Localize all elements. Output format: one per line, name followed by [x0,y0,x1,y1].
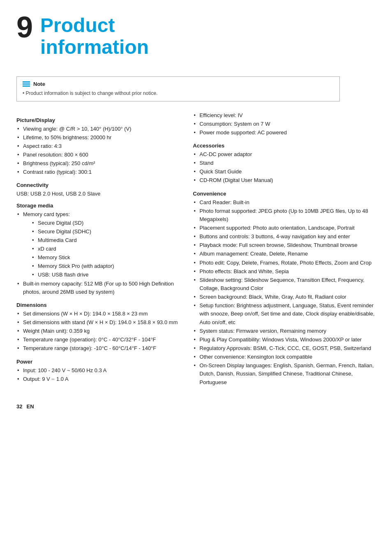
section-connectivity: Connectivity USB: USB 2.0 Host, USB 2.0 … [16,182,181,197]
chapter-number: 9 [16,12,33,42]
section-dimensions: Dimensions Set dimensions (W × H × D): 1… [16,302,181,353]
list-item: Regulatory Approvals: BSMI, C-Tick, CCC,… [193,344,376,352]
list-item: Photo edit: Copy, Delete, Frames, Rotate… [193,259,376,267]
list-item: USB: USB flash drive [31,271,181,279]
note-content: • Product information is subject to chan… [23,90,334,97]
list-item: Photo format supported: JPEG photo (Up t… [193,207,376,223]
power-list: Input: 100 - 240 V ~ 50/60 Hz 0.3 A Outp… [16,366,181,383]
list-item: Memory Stick [31,253,181,262]
list-item: Output: 9 V ⎓ 1.0 A [16,375,181,383]
section-header-storage: Storage media [16,203,181,209]
list-item: Power mode supported: AC powered [193,129,376,137]
list-item: Lifetime, to 50% brightness: 20000 hr [16,134,181,142]
list-item: CD-ROM (Digital User Manual) [193,176,376,184]
list-item: Setup function: Brightness adjustment, L… [193,302,376,326]
list-item: Placement supported: Photo auto orientat… [193,224,376,232]
list-item: xD card [31,245,181,253]
accessories-list: AC-DC power adaptor Stand Quick Start Gu… [193,150,376,185]
section-accessories: Accessories AC-DC power adaptor Stand Qu… [193,143,376,185]
footer-page-number: 32 [16,403,22,410]
note-icon [23,81,30,87]
section-storage: Storage media Memory card types: Secure … [16,203,181,296]
page-container: 9 Product information Note • Product inf… [16,12,376,410]
note-header: Note [23,81,334,87]
list-item: System status: Firmware version, Remaini… [193,327,376,335]
right-column: Efficiency level: IV Consumption: System… [189,111,376,387]
list-item: Secure Digital (SD) [31,219,181,227]
list-item: Weight (Main unit): 0.359 kg [16,327,181,335]
section-header-power: Power [16,359,181,365]
list-item: Secure Digital (SDHC) [31,228,181,236]
section-header-connectivity: Connectivity [16,182,181,188]
note-label: Note [33,81,45,87]
list-item: Set dimensions (W × H × D): 194.0 × 158.… [16,310,181,318]
section-header-picture-display: Picture/Display [16,117,181,123]
dimensions-list: Set dimensions (W × H × D): 194.0 × 158.… [16,310,181,353]
section-header-accessories: Accessories [193,143,376,149]
list-item: Contrast ratio (typical): 300:1 [16,168,181,176]
section-picture-display: Picture/Display Viewing angle: @ C/R > 1… [16,117,181,177]
picture-display-list: Viewing angle: @ C/R > 10, 140° (H)/100°… [16,125,181,177]
efficiency-list: Efficiency level: IV Consumption: System… [193,111,376,137]
section-convenience: Convenience Card Reader: Built-in Photo … [193,191,376,387]
list-item: Playback mode: Full screen browse, Slide… [193,241,376,249]
connectivity-text: USB: USB 2.0 Host, USB 2.0 Slave [16,191,181,197]
list-item: Efficiency level: IV [193,111,376,120]
footer-language: EN [26,403,34,410]
list-item: Temperature range (operation): 0°C - 40°… [16,336,181,344]
list-item: Card Reader: Built-in [193,198,376,207]
list-item: Viewing angle: @ C/R > 10, 140° (H)/100°… [16,125,181,133]
section-power: Power Input: 100 - 240 V ~ 50/60 Hz 0.3 … [16,359,181,383]
list-item: Input: 100 - 240 V ~ 50/60 Hz 0.3 A [16,366,181,375]
note-box: Note • Product information is subject to… [16,76,340,101]
list-item: AC-DC power adaptor [193,150,376,159]
list-item: Slideshow setting: Slideshow Sequence, T… [193,276,376,292]
list-item: Memory Stick Pro (with adaptor) [31,262,181,270]
list-item: Temperature range (storage): -10°C - 60°… [16,344,181,352]
two-col: Picture/Display Viewing angle: @ C/R > 1… [16,111,376,387]
list-item: Set dimensions with stand (W × H × D): 1… [16,318,181,327]
list-item: Other convenience: Kensington lock compa… [193,353,376,361]
storage-list: Memory card types: Secure Digital (SD) S… [16,210,181,296]
list-item: Quick Start Guide [193,168,376,176]
page-footer: 32 EN [16,403,376,410]
chapter-header: 9 Product information [16,12,376,58]
list-item: Built-in memory capacity: 512 MB (For up… [16,280,181,296]
section-header-dimensions: Dimensions [16,302,181,308]
list-item: Multimedia Card [31,236,181,244]
convenience-list: Card Reader: Built-in Photo format suppo… [193,198,376,387]
list-item: Album management: Create, Delete, Rename [193,250,376,258]
left-column: Picture/Display Viewing angle: @ C/R > 1… [16,111,189,387]
list-item: Plug & Play Compatibility: Windows Vista… [193,336,376,344]
list-item: Brightness (typical): 250 cd/m² [16,159,181,168]
list-item: Buttons and controls: 3 buttons, 4-way n… [193,233,376,241]
list-item: Panel resolution: 800 × 600 [16,151,181,159]
chapter-title: Product information [16,12,376,58]
list-item: Consumption: System on 7 W [193,120,376,128]
list-item: Aspect ratio: 4:3 [16,142,181,150]
list-item: Photo effects: Black and White, Sepia [193,267,376,276]
list-item: Screen background: Black, White, Gray, A… [193,293,376,301]
section-header-convenience: Convenience [193,191,376,197]
list-item: Memory card types: Secure Digital (SD) S… [16,210,181,279]
list-item: On-Screen Display languages: English, Sp… [193,362,376,386]
list-item: Stand [193,159,376,167]
